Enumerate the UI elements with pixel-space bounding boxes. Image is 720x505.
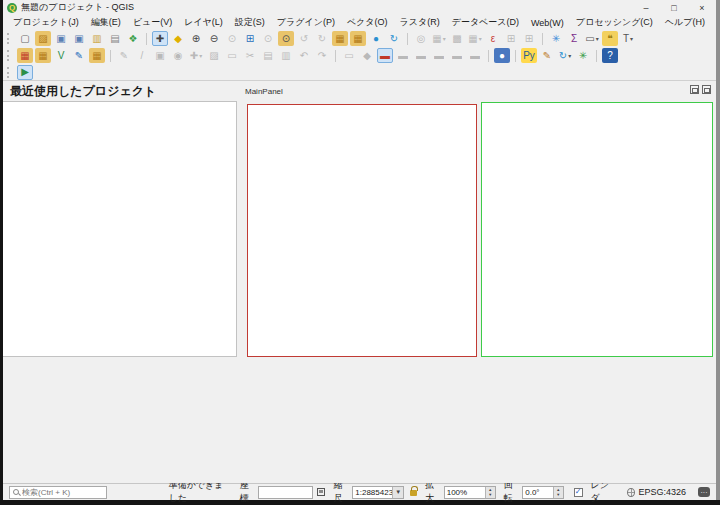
spinner-arrows-icon[interactable]: ▲▼ [553,487,563,498]
menu-edit[interactable]: 編集(E) [85,15,127,30]
show-hide-labels-icon: ▬ [413,48,429,63]
maximize-button[interactable]: □ [660,0,688,15]
show-statistics-icon[interactable]: Σ [566,31,582,46]
chevron-down-icon[interactable]: ▼ [392,487,403,498]
new-map-view-icon[interactable]: ▦ [332,31,348,46]
redo-icon: ↷ [314,48,330,63]
minimize-button[interactable]: – [632,0,660,15]
search-box[interactable] [9,486,107,499]
vertex-tool-icon: ✚▾ [188,48,204,63]
title-bar[interactable]: Q 無題のプロジェクト - QGIS – □ × [3,0,716,15]
messages-icon[interactable] [698,487,710,497]
toolbar-grip[interactable] [7,50,12,61]
freehand-annotation-icon[interactable]: ✎ [539,48,555,63]
close-panel-icon[interactable] [702,85,711,94]
menu-help[interactable]: ヘルプ(H) [659,15,711,30]
close-button[interactable]: × [688,0,716,15]
desktop-background: Q 無題のプロジェクト - QGIS – □ × プロジェクト(J)編集(E)ビ… [0,0,720,505]
render-checkbox[interactable]: ✓ [574,488,583,497]
toggle-editing-icon: ✎ [116,48,132,63]
scale-value: 1:28854231 [353,488,392,497]
extents-toggle-icon[interactable] [316,487,325,497]
save-project-as-icon[interactable]: ▣ [71,31,87,46]
highlight-labels-icon[interactable]: ▬ [377,48,393,63]
menu-raster[interactable]: ラスタ(R) [394,15,446,30]
zoom-to-layer-icon[interactable]: ⊙ [278,31,294,46]
toolbar-separator [110,50,111,62]
lock-scale-icon[interactable] [410,490,417,496]
help-contents-icon[interactable]: ? [602,48,618,63]
temporal-navigation-icon[interactable]: ✳ [548,31,564,46]
add-vector-layer-icon[interactable]: ▦ [35,48,51,63]
pan-to-selection-icon[interactable]: ◆ [170,31,186,46]
main-panel-label: MainPanel [245,87,283,96]
crs-status[interactable]: EPSG:4326 [638,487,686,497]
menu-web[interactable]: Web(W) [525,15,570,30]
search-input[interactable] [22,488,103,497]
recent-projects-list[interactable] [3,101,237,357]
desktop-edge [716,0,720,500]
toolbar-separator [542,33,543,45]
save-layer-edits-icon: ▣ [152,48,168,63]
select-by-expression-icon[interactable]: ε [485,31,501,46]
menu-view[interactable]: ビュー(V) [127,15,178,30]
new-3d-map-view-icon[interactable]: ▦ [350,31,366,46]
active-plugin-icon[interactable]: ▶ [17,65,33,80]
zoom-next-icon: ↻ [314,31,330,46]
refresh-icon[interactable]: ↻ [386,31,402,46]
save-to-template-icon[interactable]: ▥ [89,31,105,46]
cut-features-icon: ✂ [242,48,258,63]
map-tips-icon[interactable]: ❝ [602,31,618,46]
recent-projects-title: 最近使用したプロジェクト [10,83,156,100]
metasearch-icon[interactable]: ● [494,48,510,63]
rotate-label-icon: ▬ [449,48,465,63]
spinner-arrows-icon[interactable]: ▲▼ [485,487,495,498]
menu-processing[interactable]: プロセッシング(C) [570,15,659,30]
save-project-icon[interactable]: ▣ [53,31,69,46]
open-project-icon[interactable]: ▨ [35,31,51,46]
new-virtual-layer-icon[interactable]: V [53,48,69,63]
processing-history-icon[interactable]: ↻▾ [557,48,573,63]
menubar: プロジェクト(J)編集(E)ビュー(V)レイヤ(L)設定(S)プラグイン(P)ベ… [3,15,716,30]
toolbar-grip[interactable] [7,67,12,78]
crs-globe-icon[interactable] [627,488,635,497]
undo-icon: ↶ [296,48,312,63]
datasource-manager-icon[interactable]: ▦ [17,48,33,63]
new-shapefile-layer-icon[interactable]: ✎ [71,48,87,63]
scale-combobox[interactable]: 1:28854231 ▼ [352,486,404,499]
status-bar: 準備ができました 座標 縮尺 1:28854231 ▼ 拡大 100% ▲▼ 回… [3,483,716,500]
select-features-icon: ▦▾ [431,31,447,46]
qgis-window: Q 無題のプロジェクト - QGIS – □ × プロジェクト(J)編集(E)ビ… [3,0,716,500]
processing-toolbox-icon[interactable]: ✳ [575,48,591,63]
main-panel-red[interactable] [247,104,477,357]
float-panel-icon[interactable] [690,85,699,94]
project-properties-icon[interactable]: ▤ [107,31,123,46]
menu-layer[interactable]: レイヤ(L) [178,15,229,30]
zoom-full-icon[interactable]: ⊞ [242,31,258,46]
magnifier-value: 100% [445,488,485,497]
rotation-spinner[interactable]: 0.0° ▲▼ [522,486,564,499]
menu-settings[interactable]: 設定(S) [229,15,271,30]
menu-vector[interactable]: ベクタ(O) [341,15,394,30]
pin-unpin-labels-icon: ▬ [395,48,411,63]
python-console-icon[interactable]: Py [521,48,537,63]
menu-plugins[interactable]: プラグイン(P) [271,15,341,30]
toolbars: ▢▨▣▣▥▤❖✚◆⊕⊖⊙⊞⊙⊙↺↻▦▦●↻◎▦▾▩▦▾ε⊞⊞✳Σ▭▾❝T▾ ▦▦… [3,30,716,81]
zoom-out-icon[interactable]: ⊖ [206,31,222,46]
deselect-features-icon: ▩ [449,31,465,46]
text-annotation-icon[interactable]: T▾ [620,31,636,46]
measure-icon[interactable]: ▭▾ [584,31,600,46]
magnifier-spinner[interactable]: 100% ▲▼ [444,486,496,499]
temporal-controller-icon[interactable]: ● [368,31,384,46]
menu-project[interactable]: プロジェクト(J) [7,15,85,30]
style-manager-icon[interactable]: ❖ [125,31,141,46]
new-project-icon[interactable]: ▢ [17,31,33,46]
coordinate-input[interactable] [258,486,313,499]
menu-database[interactable]: データベース(D) [446,15,525,30]
main-panel-green[interactable] [481,102,713,357]
zoom-in-icon[interactable]: ⊕ [188,31,204,46]
pan-map-icon[interactable]: ✚ [152,31,168,46]
toolbar-separator [335,50,336,62]
toolbar-grip[interactable] [7,33,12,44]
new-geopackage-layer-icon[interactable]: ▦ [89,48,105,63]
